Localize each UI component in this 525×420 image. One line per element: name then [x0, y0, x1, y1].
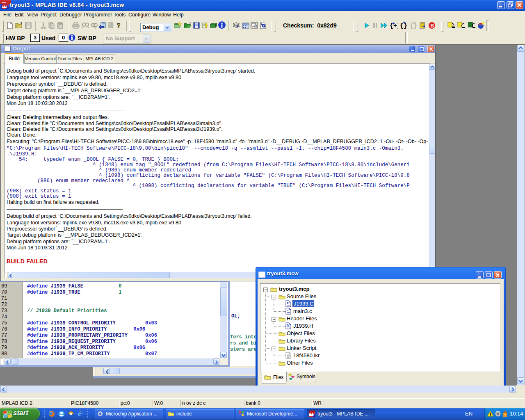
- svg-text:{}: {}: [400, 23, 407, 30]
- svg-text:B: B: [431, 23, 434, 29]
- svg-text:h: h: [287, 324, 289, 328]
- svg-text:?: ?: [117, 22, 121, 29]
- svg-text:c: c: [287, 308, 289, 312]
- svg-text:c: c: [287, 301, 289, 305]
- svg-text:{}: {}: [410, 23, 417, 30]
